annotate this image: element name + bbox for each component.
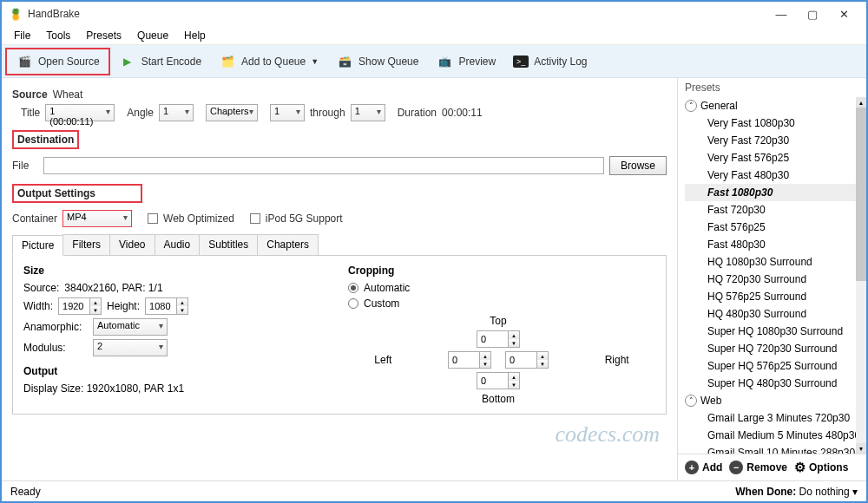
tab-filters[interactable]: Filters	[62, 234, 110, 255]
ipod-5g-checkbox[interactable]	[250, 213, 260, 224]
scroll-up-icon[interactable]: ▴	[856, 97, 866, 108]
container-select[interactable]: MP4	[62, 210, 132, 227]
preset-item[interactable]: Very Fast 1080p30	[685, 114, 865, 132]
modulus-select[interactable]: 2	[93, 339, 168, 356]
add-to-queue-button[interactable]: 🗂️ Add to Queue ▼	[210, 49, 327, 74]
tab-video[interactable]: Video	[109, 234, 155, 255]
status-text: Ready	[10, 486, 41, 498]
tab-picture[interactable]: Picture	[12, 235, 63, 256]
preset-item[interactable]: Fast 1080p30	[685, 184, 865, 201]
menu-presets[interactable]: Presets	[79, 28, 128, 43]
activity-log-button[interactable]: >_ Activity Log	[504, 52, 595, 71]
preset-item[interactable]: Super HQ 480p30 Surround	[685, 375, 865, 392]
menu-tools[interactable]: Tools	[39, 28, 77, 43]
title-select[interactable]: 1 (00:00:11)	[45, 104, 115, 121]
close-button[interactable]: ✕	[828, 4, 859, 23]
preset-item[interactable]: Gmail Small 10 Minutes 288p30	[685, 444, 865, 454]
terminal-icon: >_	[513, 56, 529, 68]
preset-item[interactable]: HQ 576p25 Surround	[685, 288, 865, 305]
preset-options-button[interactable]: ⚙Options	[794, 460, 848, 475]
presets-list[interactable]: ▴ ▾ ˄General Very Fast 1080p30Very Fast …	[678, 97, 866, 454]
preset-item[interactable]: Fast 720p30	[685, 201, 865, 219]
through-label: through	[310, 107, 345, 119]
collapse-icon: ˄	[685, 395, 697, 407]
crop-top-input[interactable]	[477, 330, 508, 348]
web-optimized-checkbox[interactable]	[148, 213, 158, 224]
crop-left-label: Left	[374, 354, 391, 366]
crop-bottom-input[interactable]	[477, 372, 508, 389]
height-spinner[interactable]: ▲▼	[176, 297, 188, 315]
preset-item[interactable]: Fast 576p25	[685, 219, 865, 236]
duration-value: 00:00:11	[442, 107, 483, 119]
tab-audio[interactable]: Audio	[155, 234, 201, 255]
menu-help[interactable]: Help	[177, 28, 213, 43]
preset-item[interactable]: HQ 480p30 Surround	[685, 305, 865, 323]
tab-subtitles[interactable]: Subtitles	[199, 234, 258, 255]
collapse-icon: ˄	[685, 100, 697, 112]
preset-remove-button[interactable]: −Remove	[729, 461, 787, 474]
height-input[interactable]	[145, 297, 176, 315]
menu-queue[interactable]: Queue	[130, 28, 175, 43]
crop-bottom-label: Bottom	[482, 393, 515, 405]
width-spinner[interactable]: ▲▼	[89, 297, 102, 315]
window-title: HandBrake	[28, 8, 80, 20]
anamorphic-select[interactable]: Automatic	[93, 318, 168, 336]
maximize-button[interactable]: ▢	[797, 4, 828, 23]
preset-add-button[interactable]: +Add	[685, 461, 722, 474]
crop-right-label: Right	[605, 354, 629, 366]
preset-item[interactable]: Super HQ 576p25 Surround	[685, 357, 865, 375]
preset-item[interactable]: Gmail Medium 5 Minutes 480p30	[685, 427, 865, 444]
crop-custom-radio[interactable]	[348, 298, 358, 309]
preset-item[interactable]: Super HQ 720p30 Surround	[685, 340, 865, 357]
menu-file[interactable]: File	[7, 28, 37, 43]
scrollbar[interactable]: ▴ ▾	[856, 97, 866, 454]
angle-label: Angle	[127, 107, 154, 119]
scrollbar-thumb[interactable]	[856, 108, 866, 281]
crop-right-input[interactable]	[505, 351, 536, 369]
preset-item[interactable]: Gmail Large 3 Minutes 720p30	[685, 409, 865, 427]
queue-icon: 🗃️	[336, 53, 353, 70]
browse-button[interactable]: Browse	[609, 156, 667, 175]
app-logo-icon: 🍍	[9, 7, 23, 21]
cropping-heading: Cropping	[348, 265, 655, 277]
start-encode-button[interactable]: ▶ Start Encode	[110, 49, 210, 74]
preset-item[interactable]: Fast 480p30	[685, 236, 865, 253]
crop-left-input[interactable]	[448, 351, 479, 369]
when-done-select[interactable]: Do nothing ▾	[799, 486, 858, 498]
source-dims-label: Source:	[23, 282, 59, 294]
presets-panel: Presets ▴ ▾ ˄General Very Fast 1080p30Ve…	[677, 78, 866, 480]
crop-auto-radio[interactable]	[348, 283, 358, 293]
plus-icon: +	[685, 461, 699, 474]
show-queue-button[interactable]: 🗃️ Show Queue	[327, 49, 427, 74]
range-start-select[interactable]: 1	[270, 104, 305, 121]
minimize-button[interactable]: —	[766, 4, 797, 23]
presets-title: Presets	[678, 78, 866, 97]
preset-category-web[interactable]: ˄Web	[685, 392, 865, 409]
width-input[interactable]	[58, 297, 89, 315]
preset-item[interactable]: HQ 720p30 Surround	[685, 271, 865, 288]
range-end-select[interactable]: 1	[351, 104, 385, 121]
preset-item[interactable]: Very Fast 480p30	[685, 167, 865, 184]
preset-item[interactable]: Very Fast 720p30	[685, 132, 865, 149]
angle-select[interactable]: 1	[159, 104, 194, 121]
scroll-down-icon[interactable]: ▾	[856, 443, 866, 454]
chevron-down-icon: ▼	[311, 57, 319, 66]
preset-item[interactable]: Very Fast 576p25	[685, 149, 865, 167]
source-label: Source	[12, 88, 48, 101]
toolbar: 🎬 Open Source ▶ Start Encode 🗂️ Add to Q…	[2, 45, 866, 78]
source-dims-value: 3840x2160, PAR: 1/1	[64, 282, 162, 294]
watermark: codecs.com	[555, 421, 660, 447]
destination-file-input[interactable]	[43, 157, 604, 174]
tabs: Picture Filters Video Audio Subtitles Ch…	[12, 234, 667, 256]
tab-chapters[interactable]: Chapters	[257, 234, 319, 255]
duration-label: Duration	[398, 107, 437, 119]
preset-item[interactable]: Super HQ 1080p30 Surround	[685, 323, 865, 340]
file-label: File	[12, 160, 38, 172]
preset-category-general[interactable]: ˄General	[685, 97, 865, 114]
preset-item[interactable]: HQ 1080p30 Surround	[685, 253, 865, 271]
range-mode-select[interactable]: Chapters	[206, 104, 258, 121]
clapperboard-icon: 🎬	[16, 53, 33, 70]
preview-button[interactable]: 📺 Preview	[427, 49, 504, 74]
open-source-button[interactable]: 🎬 Open Source	[5, 48, 110, 75]
output-heading: Output	[23, 365, 331, 377]
